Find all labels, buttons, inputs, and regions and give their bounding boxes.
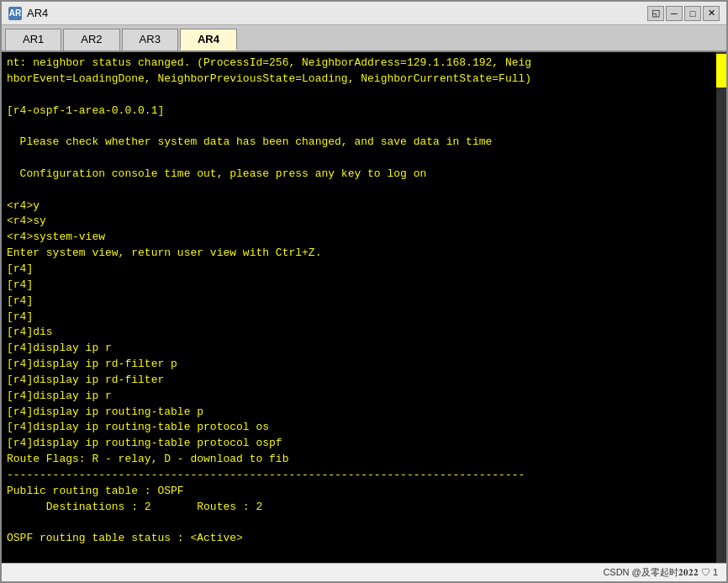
- minimize-button[interactable]: ─: [666, 6, 683, 21]
- title-bar: AR AR4 ◱ ─ □ ✕: [2, 2, 726, 25]
- tab-ar2[interactable]: AR2: [63, 29, 119, 50]
- tab-ar1[interactable]: AR1: [5, 29, 61, 50]
- title-controls: ◱ ─ □ ✕: [647, 6, 720, 21]
- main-window: AR AR4 ◱ ─ □ ✕ AR1 AR2 AR3 AR4 nt: neigh…: [0, 0, 728, 583]
- status-bar: CSDN @及零起时𝟐𝟎𝟐𝟐 ♡ 1: [2, 563, 726, 581]
- restore-button[interactable]: ◱: [647, 6, 664, 21]
- scrollbar-thumb[interactable]: [716, 54, 726, 87]
- status-text: CSDN @及零起时𝟐𝟎𝟐𝟐 ♡ 1: [603, 566, 718, 579]
- close-button[interactable]: ✕: [703, 6, 720, 21]
- tab-ar3[interactable]: AR3: [122, 29, 178, 50]
- tab-ar4[interactable]: AR4: [180, 29, 237, 50]
- window-title: AR4: [27, 7, 48, 19]
- terminal-area[interactable]: nt: neighbor status changed. (ProcessId=…: [2, 52, 726, 563]
- tab-bar: AR1 AR2 AR3 AR4: [2, 25, 726, 52]
- scrollbar[interactable]: [716, 52, 726, 563]
- maximize-button[interactable]: □: [684, 6, 701, 21]
- app-icon: AR: [8, 7, 22, 20]
- terminal-output: nt: neighbor status changed. (ProcessId=…: [7, 56, 721, 547]
- title-bar-left: AR AR4: [8, 7, 48, 20]
